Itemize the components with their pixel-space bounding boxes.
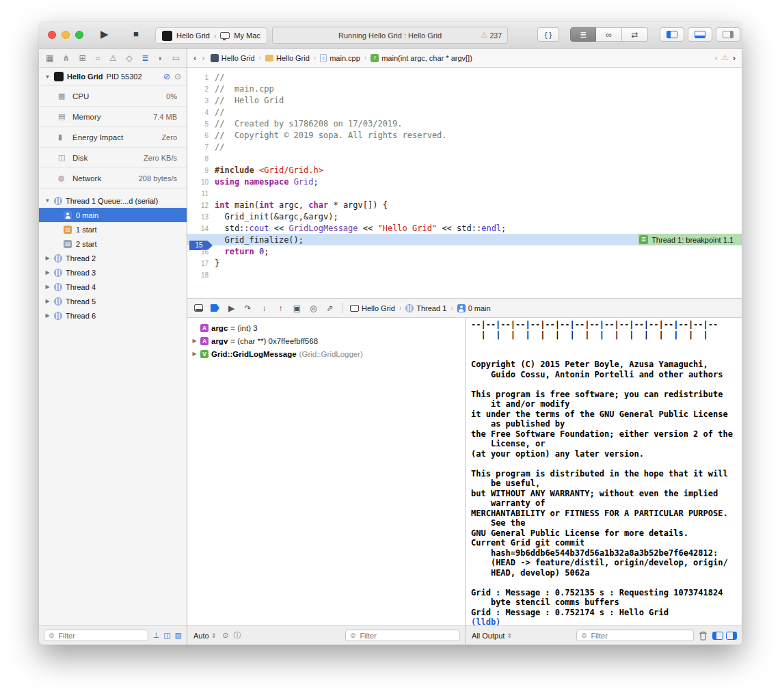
info-icon[interactable]: ⓘ: [233, 630, 241, 641]
code-line-15[interactable]: 15 Grid_finalize();≣Thread 1: breakpoint…: [187, 234, 742, 245]
console-scope-popup[interactable]: All Output ⇕: [470, 632, 513, 640]
thread-row[interactable]: ▶Thread 6: [39, 308, 187, 323]
quicklook-icon[interactable]: ⊙: [222, 631, 228, 640]
disclosure-icon[interactable]: ▶: [44, 312, 51, 319]
show-console-pane-button[interactable]: [726, 632, 737, 640]
stop-button[interactable]: ■: [133, 29, 139, 39]
find-navigator-tab[interactable]: ○: [95, 53, 100, 63]
source-control-navigator-tab[interactable]: ⋔: [63, 53, 70, 63]
gutter[interactable]: 12: [187, 200, 215, 210]
warning-count-badge[interactable]: ⚠ 237: [481, 27, 502, 43]
navigator-filter-input[interactable]: [57, 631, 143, 641]
flatten-frames-icon[interactable]: ⊥: [153, 631, 160, 640]
code-line-7[interactable]: 7//: [187, 141, 742, 152]
navigator-panel-button[interactable]: [660, 27, 684, 42]
step-out-button[interactable]: ↑: [276, 304, 285, 313]
gutter[interactable]: 13: [187, 212, 215, 221]
hide-debug-area-button[interactable]: [194, 304, 203, 312]
next-issue-button[interactable]: ›: [733, 53, 736, 63]
step-into-button[interactable]: ↓: [260, 304, 269, 313]
code-line-16[interactable]: 16 return 0;: [187, 245, 742, 257]
gutter[interactable]: 16: [187, 247, 215, 256]
variables-filter[interactable]: ⊜: [345, 630, 460, 641]
gutter[interactable]: 10: [187, 177, 215, 187]
issues-navigator-tab[interactable]: ⚠: [109, 53, 117, 63]
energy-gauge-row[interactable]: ▮Energy ImpactZero: [39, 126, 187, 147]
gutter[interactable]: 5: [187, 119, 215, 129]
debug-navigator-tab[interactable]: ≣: [142, 53, 148, 63]
console-view[interactable]: --|--|--|--|--|--|--|--|--|--|--|--|--|-…: [466, 318, 742, 645]
disclosure-icon[interactable]: ▶: [44, 269, 51, 275]
code-line-3[interactable]: 3// Hello Grid: [187, 94, 742, 106]
code-line-5[interactable]: 5// Created by s1786208 on 17/03/2019.: [187, 118, 742, 129]
jumpbar-file[interactable]: cmain.cpp: [320, 54, 360, 62]
show-variables-pane-button[interactable]: [712, 632, 723, 640]
variables-filter-input[interactable]: [358, 631, 455, 641]
gutter[interactable]: 7: [187, 142, 215, 152]
breakpoint-annotation[interactable]: ≣Thread 1: breakpoint 1.1: [638, 234, 742, 245]
minimize-window-button[interactable]: [62, 31, 70, 39]
clear-console-button[interactable]: [699, 631, 708, 641]
console-filter[interactable]: ⊜: [576, 630, 694, 641]
gutter[interactable]: 11: [187, 189, 215, 198]
close-window-button[interactable]: [48, 31, 56, 39]
run-button[interactable]: ▶: [100, 28, 109, 40]
code-line-10[interactable]: 10using namespace Grid;: [187, 176, 742, 187]
gutter[interactable]: 17: [187, 258, 215, 268]
disclosure-icon[interactable]: ▶: [44, 298, 51, 304]
simulate-location-button[interactable]: ⇗: [325, 304, 334, 313]
source-editor[interactable]: 1//2// main.cpp3// Hello Grid4//5// Crea…: [187, 68, 742, 298]
gutter[interactable]: 18: [187, 270, 215, 280]
code-line-2[interactable]: 2// main.cpp: [187, 83, 742, 94]
code-line-9[interactable]: 9#include <Grid/Grid.h>: [187, 164, 742, 176]
thread-row[interactable]: ▶Thread 5: [39, 294, 187, 308]
code-line-13[interactable]: 13 Grid_init(&argc,&argv);: [187, 211, 742, 222]
disclosure-icon[interactable]: ▶: [191, 338, 198, 344]
view-by-queue-icon[interactable]: ▥: [175, 631, 182, 640]
memory-gauge-row[interactable]: ▤Memory7.4 MB: [39, 106, 187, 126]
project-navigator-tab[interactable]: ▦: [46, 53, 53, 63]
debug-path-item[interactable]: 0 main: [457, 304, 491, 312]
view-hierarchy-button[interactable]: ▣: [293, 304, 301, 313]
jumpbar-group[interactable]: Hello Grid: [265, 54, 310, 62]
breakpoints-navigator-tab[interactable]: ◗: [158, 53, 163, 63]
debug-panel-button[interactable]: [688, 27, 712, 42]
warning-icon[interactable]: ⚠: [722, 53, 729, 62]
gutter[interactable]: 2: [187, 84, 215, 94]
gutter[interactable]: 14: [187, 224, 215, 233]
standard-editor-button[interactable]: ≣: [570, 27, 596, 42]
disclosure-icon[interactable]: ▶: [191, 351, 198, 357]
code-snippets-button[interactable]: { }: [537, 27, 559, 42]
variable-row[interactable]: ▶VGrid::GridLogMessage (Grid::GridLogger…: [191, 347, 465, 360]
disk-gauge-row[interactable]: ◫DiskZero KB/s: [39, 147, 187, 167]
debug-path-item[interactable]: Hello Grid: [350, 304, 395, 312]
forward-button[interactable]: ›: [202, 53, 204, 63]
gutter[interactable]: 4: [187, 107, 215, 117]
reports-navigator-tab[interactable]: ▭: [172, 53, 180, 63]
inspector-panel-button[interactable]: [716, 27, 740, 42]
pause-process-icon[interactable]: ⊘: [163, 72, 170, 81]
gutter[interactable]: 3: [187, 96, 215, 105]
assistant-editor-button[interactable]: ∞: [596, 27, 622, 42]
memory-graph-button[interactable]: ◎: [309, 304, 318, 313]
thread-row[interactable]: ▶Thread 2: [39, 251, 187, 265]
previous-issue-button[interactable]: ‹: [714, 53, 717, 63]
code-line-11[interactable]: 11: [187, 187, 742, 199]
code-line-18[interactable]: 18: [187, 269, 742, 280]
stack-frame-row[interactable]: 0 main: [39, 208, 187, 222]
continue-button[interactable]: ▶: [227, 304, 236, 313]
process-view-mode-icon[interactable]: ⊙: [174, 72, 181, 81]
breakpoints-toggle-button[interactable]: [211, 304, 219, 312]
zoom-window-button[interactable]: [75, 31, 83, 39]
disclosure-icon[interactable]: ▼: [44, 198, 51, 204]
back-button[interactable]: ‹: [193, 53, 196, 63]
variables-scope-popup[interactable]: Auto ⇕: [192, 632, 217, 640]
symbols-navigator-tab[interactable]: ⊞: [79, 53, 86, 63]
disclosure-icon[interactable]: ▶: [44, 255, 51, 261]
code-line-8[interactable]: 8: [187, 152, 742, 164]
disclosure-icon[interactable]: ▶: [44, 284, 51, 290]
code-line-1[interactable]: 1//: [187, 71, 742, 83]
jumpbar-project[interactable]: Hello Grid: [211, 54, 255, 62]
gutter[interactable]: 8: [187, 154, 215, 163]
cpu-gauge-row[interactable]: ▦CPU0%: [39, 85, 187, 106]
